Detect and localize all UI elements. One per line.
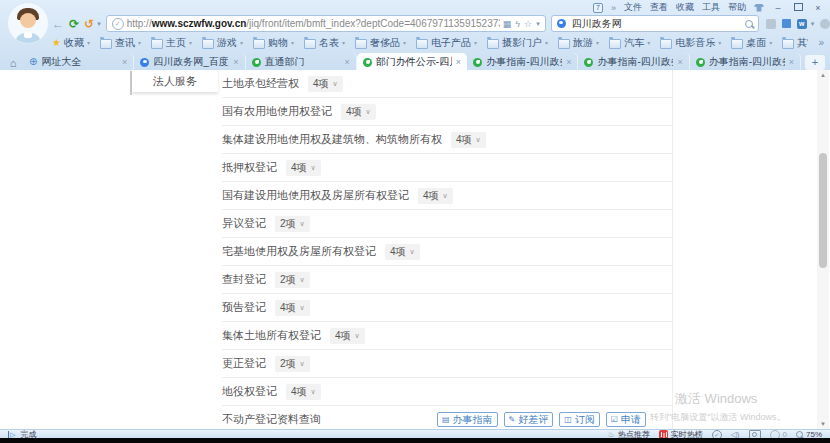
menu-item[interactable]: 文件 <box>624 1 642 14</box>
item-count: 4项 <box>313 77 329 91</box>
speed-badge[interactable]: 7 <box>593 3 603 13</box>
tab-favicon <box>252 58 261 67</box>
action-button[interactable]: 申请 <box>606 412 646 427</box>
sidebar-toggle-icon[interactable]: ▷ <box>8 431 15 438</box>
browser-tab[interactable]: 网址大全 × <box>23 53 134 71</box>
action-button[interactable]: 办事指南 <box>437 412 498 427</box>
page-scrollbar[interactable]: ▲ ▼ <box>817 70 829 429</box>
chevron-down-icon: ∨ <box>333 80 338 88</box>
url-text[interactable]: http://www.sczwfw.gov.cn/jiq/front/item/… <box>127 18 500 29</box>
item-count: 2项 <box>280 217 296 231</box>
back-icon[interactable]: ← <box>52 18 64 30</box>
search-engine-icon[interactable] <box>557 19 566 28</box>
item-count-dropdown[interactable]: 2项 ∨ <box>275 272 310 288</box>
item-count: 4项 <box>335 329 351 343</box>
minimize-button[interactable]: – <box>772 3 784 13</box>
service-row: 国有建设用地使用权及房屋所有权登记 4项 ∨ <box>222 182 672 210</box>
menu-item[interactable]: 收藏 <box>676 1 694 14</box>
tab-close-icon[interactable]: × <box>789 57 794 67</box>
browser-tab[interactable]: 办事指南-四川政务服务 × <box>690 53 801 71</box>
bookmark-item[interactable]: 收藏 ▾ <box>52 36 90 50</box>
menu-item[interactable]: 工具 <box>702 1 720 14</box>
browser-tab[interactable]: 办事指南-四川政务服务 × <box>578 53 689 71</box>
scroll-up-icon[interactable]: ▲ <box>817 72 829 78</box>
tab-close-icon[interactable]: × <box>456 57 461 67</box>
browser-tab[interactable]: 四川政务网_百度搜索 × <box>134 53 245 71</box>
speed-mode-icon[interactable]: ϟ <box>515 19 520 29</box>
url-domain: www.sczwfw.gov.cn <box>152 18 247 29</box>
site-security-icon[interactable]: ✓ <box>112 18 124 30</box>
scroll-down-icon[interactable]: ▼ <box>817 421 829 427</box>
bookmark-item[interactable]: 奢侈品 ▾ <box>355 36 406 50</box>
browser-tab[interactable]: 部门办件公示-四川政务 × <box>357 53 467 71</box>
tab-close-icon[interactable]: × <box>566 57 571 67</box>
refresh-icon[interactable]: ⟳ <box>69 18 79 30</box>
address-dropdown-icon[interactable]: ▾ <box>536 20 540 28</box>
service-row: 更正登记 2项 ∨ <box>222 350 672 378</box>
bookmark-caret-icon: ▾ <box>240 39 243 46</box>
search-input[interactable] <box>570 17 741 30</box>
tab-close-icon[interactable]: × <box>122 57 127 67</box>
bookmark-item[interactable]: 桌面 ▾ <box>731 36 772 50</box>
zoom-magnifier-icon <box>796 431 803 438</box>
pages-icon[interactable] <box>782 19 791 28</box>
browser-tab[interactable]: 直通部门 × <box>246 53 357 71</box>
tab-close-icon[interactable]: × <box>677 57 682 67</box>
bookmark-item[interactable]: 旅游 ▾ <box>558 36 599 50</box>
item-count-dropdown[interactable]: 4项 ∨ <box>286 384 321 400</box>
item-count-dropdown[interactable]: 4项 ∨ <box>286 160 321 176</box>
user-avatar[interactable] <box>7 2 49 44</box>
close-button[interactable]: × <box>812 3 824 13</box>
theme-skin-icon[interactable] <box>754 4 764 12</box>
service-label: 地役权登记 <box>222 384 277 399</box>
action-button[interactable]: 好差评 <box>504 412 554 427</box>
item-count-dropdown[interactable]: 2项 ∨ <box>275 216 310 232</box>
bookmark-item[interactable]: 游戏 ▾ <box>202 36 243 50</box>
bookmark-item[interactable]: 名表 ▾ <box>304 36 345 50</box>
favorite-star-icon[interactable]: ☆ <box>524 19 532 29</box>
address-bar[interactable]: ✓ http://www.sczwfw.gov.cn/jiq/front/ite… <box>106 15 546 32</box>
qr-code-icon[interactable]: ▦ <box>503 19 512 29</box>
menu-item[interactable]: 帮助 <box>728 1 746 14</box>
bookmark-label: 主页 <box>166 36 186 50</box>
bookmark-icon <box>253 39 265 49</box>
word-plugin-icon[interactable]: w <box>797 19 807 29</box>
search-icon[interactable] <box>745 20 753 28</box>
undo-dropdown-icon[interactable]: ▾ <box>97 20 101 28</box>
menu-item[interactable]: 查看 <box>650 1 668 14</box>
bookmark-item[interactable]: 电子产品 ▾ <box>416 36 477 50</box>
bookmark-item[interactable]: 摄影门户 ▾ <box>487 36 548 50</box>
scrollbar-thumb[interactable] <box>819 153 827 268</box>
bookmark-item[interactable]: 主页 ▾ <box>151 36 192 50</box>
bookmark-item[interactable]: 电影音乐 ▾ <box>660 36 721 50</box>
action-button[interactable]: 订阅 <box>559 412 600 427</box>
home-icon[interactable]: ⌂ <box>3 55 23 71</box>
extensions-puzzle-icon[interactable] <box>766 19 776 29</box>
menu-overflow-icon[interactable]: » <box>611 3 616 13</box>
search-box[interactable] <box>551 15 759 32</box>
bookmark-icon <box>487 39 499 49</box>
sidebar-item-legal-services[interactable]: 法人服务 <box>132 70 218 92</box>
item-count-dropdown[interactable]: 4项 ∨ <box>418 188 453 204</box>
new-tab-button[interactable]: + <box>805 55 825 70</box>
browser-tab[interactable]: 办事指南-四川政务服务 × <box>467 53 578 71</box>
bookmark-item[interactable]: 购物 ▾ <box>253 36 294 50</box>
undo-icon[interactable]: ↺ <box>84 18 94 30</box>
restore-button[interactable] <box>792 3 804 13</box>
tab-close-icon[interactable]: × <box>345 57 350 67</box>
item-count-dropdown[interactable]: 4项 ∨ <box>275 300 310 316</box>
item-count-dropdown[interactable]: 4项 ∨ <box>330 328 365 344</box>
bookmark-item[interactable]: 汽车 ▾ <box>609 36 650 50</box>
word-plugin-dropdown-icon[interactable]: ▾ <box>811 20 815 28</box>
item-count-dropdown[interactable]: 2项 ∨ <box>275 356 310 372</box>
tab-close-icon[interactable]: × <box>233 57 238 67</box>
bookmark-item[interactable]: 查讯 ▾ <box>100 36 141 50</box>
bookmark-label: 购物 <box>268 36 288 50</box>
item-count-dropdown[interactable]: 4项 ∨ <box>451 132 486 148</box>
account-circle-icon[interactable] <box>820 19 830 29</box>
bookmarks-overflow-icon[interactable]: » <box>818 37 824 48</box>
item-count-dropdown[interactable]: 4项 ∨ <box>385 244 420 260</box>
bookmark-item[interactable]: 其它 ▾ <box>782 36 808 50</box>
item-count-dropdown[interactable]: 4项 ∨ <box>308 76 343 92</box>
item-count-dropdown[interactable]: 4项 ∨ <box>341 104 376 120</box>
